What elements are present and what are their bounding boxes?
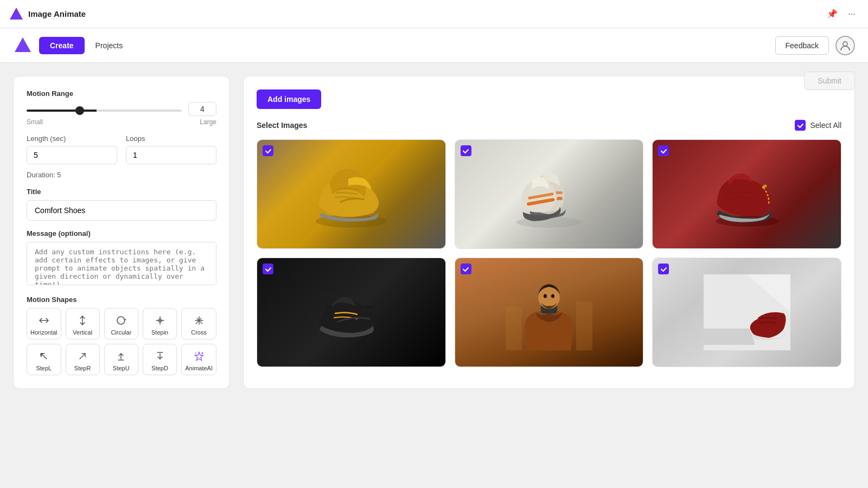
stepr-label: StepR	[74, 365, 91, 371]
right-panel: Add images Select Images Select All	[243, 76, 855, 389]
range-labels: Small Large	[27, 118, 216, 126]
loops-field-group: Loops	[126, 134, 216, 164]
select-all-label: Select All	[810, 121, 841, 130]
shape-stepl[interactable]: StepL	[27, 344, 61, 375]
stepin-icon	[154, 314, 167, 327]
shape-circular[interactable]: Circular	[104, 308, 138, 339]
user-avatar[interactable]	[835, 36, 855, 55]
image-checkbox-2[interactable]	[461, 145, 471, 156]
stepd-icon	[154, 350, 167, 363]
shapes-grid: Horizontal Vertical Circular	[27, 308, 216, 375]
shape-cross[interactable]: Cross	[181, 308, 216, 339]
shape-stepu[interactable]: StepU	[104, 344, 138, 375]
length-label: Length (sec)	[27, 134, 117, 143]
image-card-2	[455, 139, 644, 249]
red-shoe-svg	[704, 156, 790, 232]
animateai-icon	[193, 350, 206, 363]
image-checkbox-4[interactable]	[263, 264, 273, 274]
submit-button[interactable]: Submit	[804, 72, 855, 90]
stepin-label: Stepin	[151, 329, 168, 336]
circular-icon	[114, 314, 127, 327]
horizontal-label: Horizontal	[30, 329, 58, 336]
range-value-box: 4	[188, 102, 216, 116]
svg-point-4	[843, 42, 847, 46]
motion-shapes-label: Motion Shapes	[27, 296, 216, 304]
range-large-label: Large	[200, 118, 216, 126]
message-textarea[interactable]	[27, 242, 216, 285]
pin-icon[interactable]: 📌	[825, 7, 840, 22]
add-images-button[interactable]: Add images	[257, 89, 321, 109]
slider-container	[27, 105, 182, 113]
image-checkbox-6[interactable]	[658, 264, 669, 274]
feedback-button[interactable]: Feedback	[775, 36, 829, 55]
image-card-4: NIKE	[257, 258, 446, 367]
length-field-group: Length (sec)	[27, 134, 117, 164]
horizontal-icon	[37, 314, 50, 327]
image-preview-4: NIKE	[257, 258, 445, 367]
top-bar: Image Animate 📌 ···	[0, 0, 868, 28]
gold-shoe-svg	[308, 156, 394, 232]
left-panel: Motion Range 4 Small Large Length (sec) …	[13, 76, 230, 389]
select-images-header: Select Images Select All	[257, 120, 841, 131]
animateai-label: AnimateAI	[185, 365, 213, 371]
vertical-icon	[76, 314, 89, 327]
image-card-6	[652, 258, 841, 367]
range-small-label: Small	[27, 118, 43, 126]
image-checkbox-5[interactable]	[461, 264, 471, 274]
svg-point-22	[551, 294, 554, 298]
loops-label: Loops	[126, 134, 216, 143]
projects-button[interactable]: Projects	[89, 37, 130, 54]
shape-stepin[interactable]: Stepin	[143, 308, 177, 339]
select-images-label: Select Images	[257, 121, 307, 130]
app-name: Image Animate	[28, 9, 86, 18]
stepl-label: StepL	[36, 365, 52, 371]
shape-stepd[interactable]: StepD	[143, 344, 177, 375]
image-card-1	[257, 139, 446, 249]
shape-vertical[interactable]: Vertical	[66, 308, 100, 339]
svg-rect-18	[576, 301, 592, 350]
image-preview-5	[455, 258, 643, 367]
image-card-inner-3	[653, 140, 841, 248]
grey-abstract-svg	[704, 274, 790, 350]
image-card-inner-4: NIKE	[257, 258, 445, 367]
image-card-inner-5	[455, 258, 643, 367]
svg-point-21	[544, 294, 547, 298]
man-suit-svg	[506, 274, 592, 350]
stepd-label: StepD	[151, 365, 168, 371]
stepu-label: StepU	[113, 365, 130, 371]
message-label: Message (optional)	[27, 229, 216, 237]
avatar-icon	[839, 40, 851, 52]
black-shoe-svg: NIKE	[308, 274, 394, 350]
loops-input[interactable]	[126, 146, 216, 164]
duration-text: Duration: 5	[27, 171, 216, 179]
top-bar-actions: 📌 ···	[825, 7, 859, 22]
app-logo: Image Animate	[9, 7, 86, 22]
more-icon[interactable]: ···	[844, 7, 859, 22]
cross-label: Cross	[191, 329, 207, 336]
image-preview-6	[653, 258, 841, 367]
stepu-icon	[114, 350, 127, 363]
image-card-inner-1	[257, 140, 445, 248]
create-button[interactable]: Create	[39, 37, 85, 54]
shape-horizontal[interactable]: Horizontal	[27, 308, 61, 339]
svg-point-7	[195, 352, 196, 354]
select-all-checkbox[interactable]	[795, 120, 806, 131]
image-card-3	[652, 139, 841, 249]
motion-range-slider[interactable]	[27, 110, 182, 112]
nav-right: Feedback	[775, 36, 855, 55]
image-checkbox-3[interactable]	[658, 145, 669, 156]
image-preview-1	[257, 140, 445, 248]
nav-logo-icon	[13, 36, 33, 55]
motion-range-label: Motion Range	[27, 89, 216, 98]
title-input[interactable]	[27, 200, 216, 221]
select-all-row[interactable]: Select All	[795, 120, 841, 131]
length-loops-row: Length (sec) Loops	[27, 134, 216, 164]
image-preview-2	[455, 140, 643, 248]
shape-animateai[interactable]: AnimateAI	[181, 344, 216, 375]
shape-stepr[interactable]: StepR	[66, 344, 100, 375]
motion-range-row: 4	[27, 102, 216, 116]
images-grid: NIKE	[257, 139, 841, 367]
image-checkbox-1[interactable]	[263, 145, 273, 156]
length-input[interactable]	[27, 146, 117, 164]
svg-point-6	[201, 352, 203, 354]
